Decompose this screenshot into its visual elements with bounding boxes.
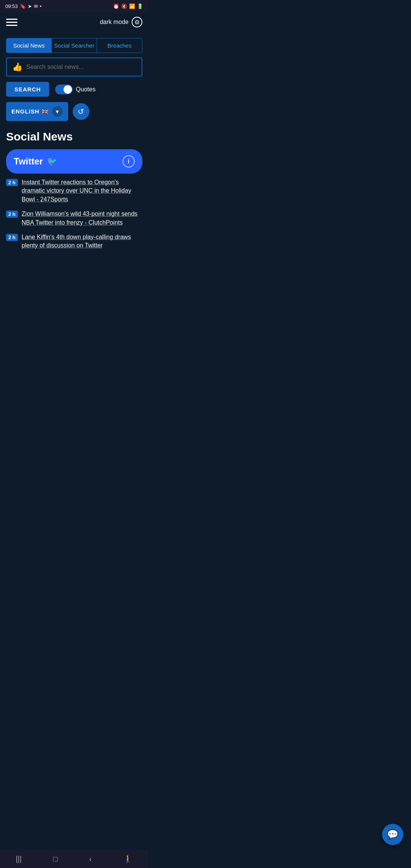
news-list: 2 h Instant Twitter reactions to Oregon'… [0,178,148,250]
tab-social-news[interactable]: Social News [6,38,52,53]
section-heading: Social News [0,121,148,148]
quotes-toggle[interactable] [55,85,73,94]
twitter-card[interactable]: Twitter 🐦 i [6,149,142,174]
tab-social-searcher[interactable]: Social Searcher [52,38,97,53]
notification-icon: 🔖 [20,3,26,9]
hamburger-line-2 [6,22,18,23]
news-link-3[interactable]: Lane Kiffin's 4th down play-calling draw… [22,233,142,250]
language-row: ENGLISH 🇬🇧 ▼ ↺ [0,97,148,121]
thumbs-up-icon: 👍 [12,62,22,72]
time-badge-2: 2 h [6,211,18,218]
twitter-card-title: Twitter 🐦 [14,156,57,167]
hamburger-menu[interactable] [6,19,18,26]
status-icons-area: ⏰ 🔇 📶 🔋 [113,3,143,9]
time-badge-1: 2 h [6,179,18,186]
tab-bar: Social News Social Searcher Breaches [6,38,142,53]
hamburger-line-1 [6,19,18,20]
status-time: 09:53 [5,3,18,9]
search-input[interactable] [26,64,136,70]
refresh-icon: ↺ [78,107,84,116]
tab-breaches[interactable]: Breaches [97,38,142,53]
news-link-2[interactable]: Zion Williamson's wild 43-point night se… [22,210,142,227]
controls-row: SEARCH Quotes [0,77,148,97]
hamburger-line-3 [6,25,18,26]
status-time-area: 09:53 🔖 ➤ ✉ • [5,3,41,9]
tabs-area: Social News Social Searcher Breaches [0,30,148,53]
twitter-info-button[interactable]: i [123,155,135,168]
time-badge-3: 2 h [6,234,18,241]
search-button[interactable]: SEARCH [6,82,49,97]
status-bar: 09:53 🔖 ➤ ✉ • ⏰ 🔇 📶 🔋 [0,0,148,12]
mute-icon: 🔇 [121,3,127,9]
search-area: 👍 [0,53,148,77]
quotes-label: Quotes [76,86,96,93]
dot-icon: • [40,3,42,9]
quotes-toggle-wrap: Quotes [55,85,96,94]
gear-icon[interactable]: ⚙ [132,17,142,27]
news-item: 2 h Instant Twitter reactions to Oregon'… [6,178,142,204]
dark-mode-label: dark mode [100,19,129,26]
news-item: 2 h Lane Kiffin's 4th down play-calling … [6,233,142,250]
language-button[interactable]: ENGLISH 🇬🇧 ▼ [6,102,68,121]
twitter-bird-icon: 🐦 [47,156,57,166]
search-input-wrap: 👍 [6,57,142,77]
dark-mode-area: dark mode ⚙ [100,17,142,27]
refresh-button[interactable]: ↺ [73,103,89,120]
location-icon: ➤ [28,3,32,9]
dropdown-arrow-icon: ▼ [52,106,63,117]
news-link-1[interactable]: Instant Twitter reactions to Oregon's dr… [22,178,142,204]
alarm-icon: ⏰ [113,3,119,9]
wifi-icon: 📶 [129,3,135,9]
language-label: ENGLISH 🇬🇧 [11,108,49,115]
top-bar: dark mode ⚙ [0,12,148,30]
twitter-label: Twitter [14,156,43,167]
email-icon: ✉ [34,3,38,9]
battery-icon: 🔋 [137,3,143,9]
news-item: 2 h Zion Williamson's wild 43-point nigh… [6,210,142,227]
